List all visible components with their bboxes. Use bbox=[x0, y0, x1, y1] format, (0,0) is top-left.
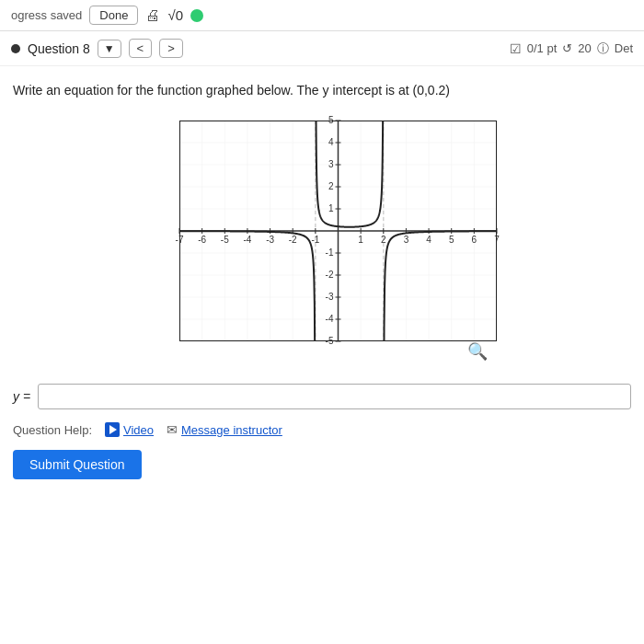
sqrt-icon: √0 bbox=[167, 7, 183, 23]
answer-label: y = bbox=[13, 389, 30, 404]
next-question-button[interactable]: > bbox=[159, 39, 183, 58]
score-value: 0/1 pt bbox=[527, 41, 558, 55]
magnify-icon[interactable]: 🔍 bbox=[467, 341, 488, 362]
graph-container: 🔍 bbox=[13, 111, 631, 369]
graph-canvas bbox=[129, 111, 515, 369]
help-label: Question Help: bbox=[13, 423, 92, 437]
help-row: Question Help: Video ✉ Message instructo… bbox=[13, 422, 631, 437]
question-text: Write an equation for the function graph… bbox=[13, 81, 631, 100]
info-icon[interactable]: ⓘ bbox=[597, 40, 609, 57]
detail-label: Det bbox=[615, 41, 633, 55]
graph-wrap: 🔍 bbox=[129, 111, 515, 369]
message-instructor-link[interactable]: Message instructor bbox=[181, 423, 282, 437]
main-content: Write an equation for the function graph… bbox=[0, 66, 644, 494]
question-dropdown[interactable]: ▼ bbox=[98, 40, 121, 58]
video-link[interactable]: Video bbox=[123, 423, 154, 437]
green-status-dot bbox=[190, 9, 203, 22]
question-label: Question 8 bbox=[28, 41, 90, 56]
question-dot bbox=[11, 44, 20, 53]
message-instructor-help[interactable]: ✉ Message instructor bbox=[167, 422, 282, 437]
submit-question-button[interactable]: Submit Question bbox=[13, 450, 142, 479]
play-icon bbox=[105, 422, 120, 437]
video-help[interactable]: Video bbox=[105, 422, 154, 437]
attempts-value: 20 bbox=[578, 41, 591, 55]
progress-text: ogress saved bbox=[11, 8, 82, 22]
top-bar: ogress saved Done 🖨 √0 bbox=[0, 0, 644, 31]
question-nav-bar: Question 8 ▼ < > ☑ 0/1 pt ↺ 20 ⓘ Det bbox=[0, 31, 644, 66]
attempts-icon: ↺ bbox=[562, 41, 572, 55]
score-checkbox-icon: ☑ bbox=[510, 41, 522, 56]
answer-row: y = bbox=[13, 384, 631, 409]
print-icon[interactable]: 🖨 bbox=[145, 7, 160, 24]
prev-question-button[interactable]: < bbox=[129, 39, 153, 58]
mail-icon: ✉ bbox=[167, 422, 178, 437]
done-button[interactable]: Done bbox=[89, 6, 138, 25]
answer-input[interactable] bbox=[38, 384, 631, 409]
score-info: ☑ 0/1 pt ↺ 20 ⓘ Det bbox=[510, 40, 633, 57]
